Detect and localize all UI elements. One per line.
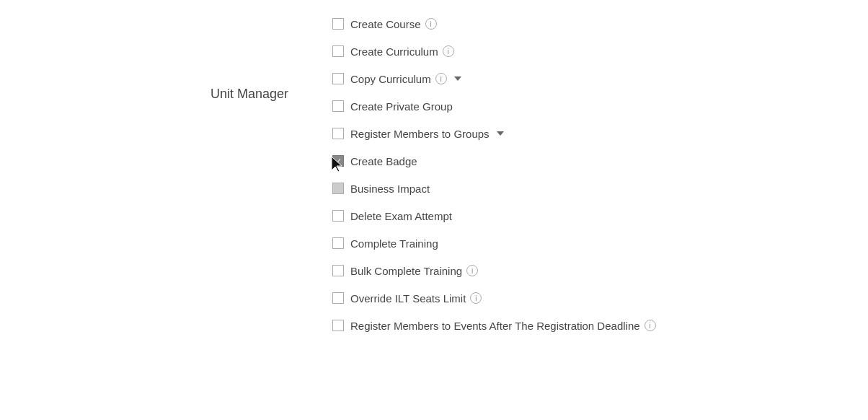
info-icon-create-curriculum[interactable]: i (443, 45, 454, 57)
checkbox-create-curriculum[interactable] (332, 45, 344, 57)
page-container: Unit Manager Create Course iCreate Curri… (0, 0, 868, 420)
permission-row-create-private-group: Create Private Group (332, 92, 868, 120)
checkbox-register-members-to-events[interactable] (332, 320, 344, 331)
checkbox-register-members-to-groups[interactable] (332, 128, 344, 139)
checkbox-complete-training[interactable] (332, 237, 344, 249)
checkbox-business-impact[interactable] (332, 183, 344, 194)
checkbox-wrapper-create-curriculum (332, 45, 345, 58)
info-icon-override-ilt-seats-limit[interactable]: i (470, 292, 482, 304)
permission-row-create-curriculum: Create Curriculum i (332, 38, 868, 65)
checkbox-bulk-complete-training[interactable] (332, 265, 344, 276)
permission-row-create-badge: Create Badge (332, 147, 868, 175)
label-register-members-to-events: Register Members to Events After The Reg… (350, 320, 656, 332)
label-delete-exam-attempt: Delete Exam Attempt (350, 210, 452, 222)
permission-row-business-impact: Business Impact (332, 175, 868, 202)
checkbox-wrapper-create-course (332, 17, 345, 30)
info-icon-create-course[interactable]: i (425, 18, 437, 30)
permissions-list: Create Course iCreate Curriculum iCopy C… (332, 7, 868, 413)
checkbox-wrapper-business-impact (332, 182, 345, 195)
label-bulk-complete-training: Bulk Complete Training i (350, 265, 478, 277)
checkbox-wrapper-register-members-to-groups (332, 127, 345, 140)
dropdown-arrow-copy-curriculum[interactable] (454, 76, 461, 81)
label-create-badge: Create Badge (350, 155, 417, 167)
permission-row-override-ilt-seats-limit: Override ILT Seats Limit i (332, 284, 868, 312)
checkbox-create-private-group[interactable] (332, 100, 344, 112)
checkbox-wrapper-register-members-to-events (332, 319, 345, 332)
permission-row-register-members-to-events: Register Members to Events After The Reg… (332, 312, 868, 339)
label-create-curriculum: Create Curriculum i (350, 45, 454, 58)
checkbox-override-ilt-seats-limit[interactable] (332, 292, 344, 304)
permission-row-create-course: Create Course i (332, 10, 868, 38)
checkbox-wrapper-bulk-complete-training (332, 264, 345, 277)
info-icon-bulk-complete-training[interactable]: i (466, 265, 478, 276)
permission-row-complete-training: Complete Training (332, 229, 868, 257)
label-register-members-to-groups: Register Members to Groups (350, 128, 504, 140)
label-override-ilt-seats-limit: Override ILT Seats Limit i (350, 292, 482, 305)
checkbox-wrapper-copy-curriculum (332, 72, 345, 85)
checkbox-delete-exam-attempt[interactable] (332, 210, 344, 222)
checkbox-copy-curriculum[interactable] (332, 73, 344, 84)
label-complete-training: Complete Training (350, 237, 438, 250)
checkbox-create-badge[interactable] (332, 155, 344, 167)
info-icon-register-members-to-events[interactable]: i (645, 320, 656, 331)
checkbox-wrapper-override-ilt-seats-limit (332, 292, 345, 305)
permission-row-copy-curriculum: Copy Curriculum i (332, 65, 868, 92)
permission-row-bulk-complete-training: Bulk Complete Training i (332, 257, 868, 284)
label-business-impact: Business Impact (350, 183, 430, 195)
permission-row-delete-exam-attempt: Delete Exam Attempt (332, 202, 868, 229)
role-label: Unit Manager (211, 87, 288, 102)
label-create-private-group: Create Private Group (350, 100, 453, 113)
label-create-course: Create Course i (350, 18, 437, 30)
checkbox-wrapper-delete-exam-attempt (332, 209, 345, 222)
dropdown-arrow-register-members-to-groups[interactable] (497, 131, 504, 136)
checkbox-create-course[interactable] (332, 18, 344, 30)
left-section: Unit Manager (0, 7, 332, 413)
label-copy-curriculum: Copy Curriculum i (350, 73, 461, 85)
checkbox-wrapper-complete-training (332, 237, 345, 250)
checkbox-wrapper-create-badge (332, 154, 345, 167)
info-icon-copy-curriculum[interactable]: i (435, 73, 447, 84)
checkbox-wrapper-create-private-group (332, 100, 345, 113)
permission-row-register-members-to-groups: Register Members to Groups (332, 120, 868, 147)
